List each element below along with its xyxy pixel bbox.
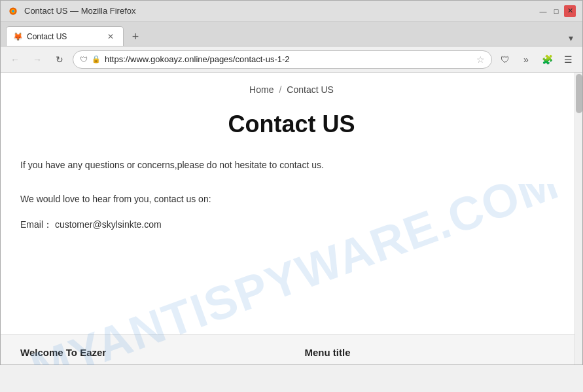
forward-button[interactable]: → <box>28 50 46 69</box>
email-label: Email： <box>20 219 52 230</box>
extensions-button[interactable]: 🧩 <box>538 50 556 69</box>
close-button[interactable]: ✕ <box>564 5 576 17</box>
footer-col-2: Menu title <box>305 347 563 358</box>
footer-col-1: Welcome To Eazer <box>20 347 279 358</box>
back-button[interactable]: ← <box>6 50 24 69</box>
maximize-button[interactable]: □ <box>551 6 561 16</box>
page-content: Home / Contact US Contact US If you have… <box>1 73 582 334</box>
footer-col1-heading: Welcome To Eazer <box>20 347 106 358</box>
page-footer: Welcome To Eazer Menu title <box>1 334 582 365</box>
shield-icon: 🛡 <box>80 55 88 64</box>
page-title: Contact US <box>20 111 563 138</box>
breadcrumb-separator: / <box>279 84 281 95</box>
reload-button[interactable]: ↻ <box>50 50 69 69</box>
lock-icon: 🔒 <box>92 55 101 63</box>
tab-bar: 🦊 Contact US ✕ + ▾ <box>1 22 582 46</box>
svg-point-2 <box>12 10 14 12</box>
url-text[interactable]: https://www.gokoayz.online/pages/contact… <box>105 54 472 64</box>
firefox-icon <box>7 5 19 17</box>
minimize-button[interactable]: — <box>538 6 548 16</box>
breadcrumb: Home / Contact US <box>1 73 582 104</box>
menu-button[interactable]: ☰ <box>559 50 577 69</box>
title-bar: Contact US — Mozilla Firefox — □ ✕ <box>1 1 582 22</box>
navigation-bar: ← → ↻ 🛡 🔒 https://www.gokoayz.online/pag… <box>1 46 582 73</box>
bookmark-star-icon[interactable]: ☆ <box>476 54 485 65</box>
tab-favicon: 🦊 <box>13 32 23 41</box>
contact-email-line: Email： customer@skylsinkte.com <box>20 217 563 232</box>
scrollbar[interactable] <box>574 73 582 365</box>
more-tools-icon[interactable]: » <box>517 50 535 69</box>
nav-icons-right: 🛡 » 🧩 ☰ <box>496 50 577 69</box>
email-value: customer@skylsinkte.com <box>55 219 162 230</box>
browser-window: Contact US — Mozilla Firefox — □ ✕ 🦊 Con… <box>0 0 583 365</box>
url-bar[interactable]: 🛡 🔒 https://www.gokoayz.online/pages/con… <box>73 50 492 69</box>
contact-love-text: We would love to hear from you, contact … <box>20 192 563 206</box>
title-bar-left: Contact US — Mozilla Firefox <box>7 5 136 17</box>
browser-title: Contact US — Mozilla Firefox <box>24 6 136 16</box>
browser-body: Home / Contact US Contact US If you have… <box>1 73 582 365</box>
tab-label: Contact US <box>27 32 101 41</box>
tab-bar-right: ▾ <box>565 30 577 46</box>
active-tab[interactable]: 🦊 Contact US ✕ <box>6 26 124 46</box>
main-content: Contact US If you have any questions or … <box>1 104 582 258</box>
footer-col2-heading: Menu title <box>305 347 351 358</box>
contact-description: If you have any questions or concerns,pl… <box>20 158 563 172</box>
tab-list-button[interactable]: ▾ <box>565 30 577 46</box>
breadcrumb-current: Contact US <box>287 84 334 95</box>
new-tab-button[interactable]: + <box>126 27 145 46</box>
scrollbar-thumb[interactable] <box>576 74 582 113</box>
window-controls: — □ ✕ <box>538 5 576 17</box>
extensions-icon[interactable]: 🛡 <box>496 50 514 69</box>
breadcrumb-home-link[interactable]: Home <box>249 84 274 95</box>
tab-close-button[interactable]: ✕ <box>105 31 116 43</box>
